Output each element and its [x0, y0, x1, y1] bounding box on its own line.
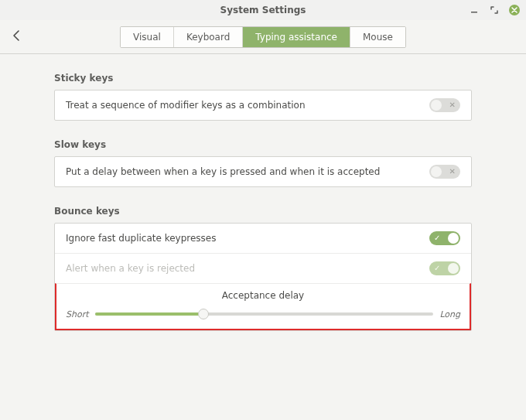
x-icon: ✕ — [449, 168, 456, 176]
check-icon: ✓ — [434, 234, 440, 242]
slider-fill — [95, 312, 203, 316]
tab-label: Visual — [133, 32, 161, 43]
svg-rect-0 — [471, 12, 477, 13]
window-title: System Settings — [220, 5, 306, 15]
row-label: Alert when a key is rejected — [66, 263, 195, 274]
tab-label: Mouse — [363, 32, 393, 43]
tab-mouse[interactable]: Mouse — [350, 27, 405, 47]
row-sticky-combination: Treat a sequence of modifier keys as a c… — [55, 90, 471, 120]
row-label: Treat a sequence of modifier keys as a c… — [66, 100, 306, 111]
check-icon: ✓ — [434, 265, 440, 272]
toggle-alert-rejected[interactable]: ✓ — [429, 261, 460, 275]
row-label: Ignore fast duplicate keypresses — [66, 233, 217, 244]
tab-keyboard[interactable]: Keyboard — [173, 27, 242, 47]
close-icon[interactable] — [509, 5, 520, 15]
tab-typing-assistance[interactable]: Typing assistance — [242, 27, 350, 47]
toggle-sticky-combination[interactable]: ✕ — [429, 98, 460, 112]
section-title: Bounce keys — [54, 206, 472, 217]
slider-row: Short Long — [66, 309, 460, 319]
row-label: Put a delay between when a key is presse… — [66, 166, 380, 177]
titlebar: System Settings — [0, 0, 526, 20]
toggle-ignore-duplicate[interactable]: ✓ — [429, 231, 460, 245]
section-title: Sticky keys — [54, 73, 472, 84]
acceptance-delay-slider[interactable] — [95, 309, 434, 319]
toggle-slow-delay[interactable]: ✕ — [429, 165, 460, 179]
acceptance-delay-highlight: Acceptance delay Short Long — [55, 283, 471, 330]
row-alert-rejected: Alert when a key is rejected ✓ — [55, 253, 471, 283]
row-slow-delay: Put a delay between when a key is presse… — [55, 157, 471, 186]
section-bounce-keys: Bounce keys Ignore fast duplicate keypre… — [54, 206, 472, 331]
tab-label: Typing assistance — [255, 32, 337, 43]
section-title: Slow keys — [54, 139, 472, 150]
toolbar: Visual Keyboard Typing assistance Mouse — [0, 20, 526, 54]
panel: Treat a sequence of modifier keys as a c… — [54, 90, 472, 121]
panel: Ignore fast duplicate keypresses ✓ Alert… — [54, 223, 472, 331]
slider-thumb[interactable] — [198, 309, 209, 319]
minimize-icon[interactable] — [469, 5, 480, 15]
slider-max-label: Long — [439, 309, 460, 319]
tab-group: Visual Keyboard Typing assistance Mouse — [120, 26, 406, 48]
tab-label: Keyboard — [186, 32, 230, 43]
section-slow-keys: Slow keys Put a delay between when a key… — [54, 139, 472, 187]
content-area: Sticky keys Treat a sequence of modifier… — [0, 54, 526, 420]
x-icon: ✕ — [449, 101, 456, 109]
tab-visual[interactable]: Visual — [121, 27, 173, 47]
section-sticky-keys: Sticky keys Treat a sequence of modifier… — [54, 73, 472, 121]
row-ignore-duplicate: Ignore fast duplicate keypresses ✓ — [55, 224, 471, 253]
maximize-icon[interactable] — [489, 5, 500, 15]
panel: Put a delay between when a key is presse… — [54, 156, 472, 187]
back-button[interactable] — [11, 29, 23, 45]
slider-title: Acceptance delay — [66, 290, 460, 301]
slider-min-label: Short — [66, 309, 89, 319]
